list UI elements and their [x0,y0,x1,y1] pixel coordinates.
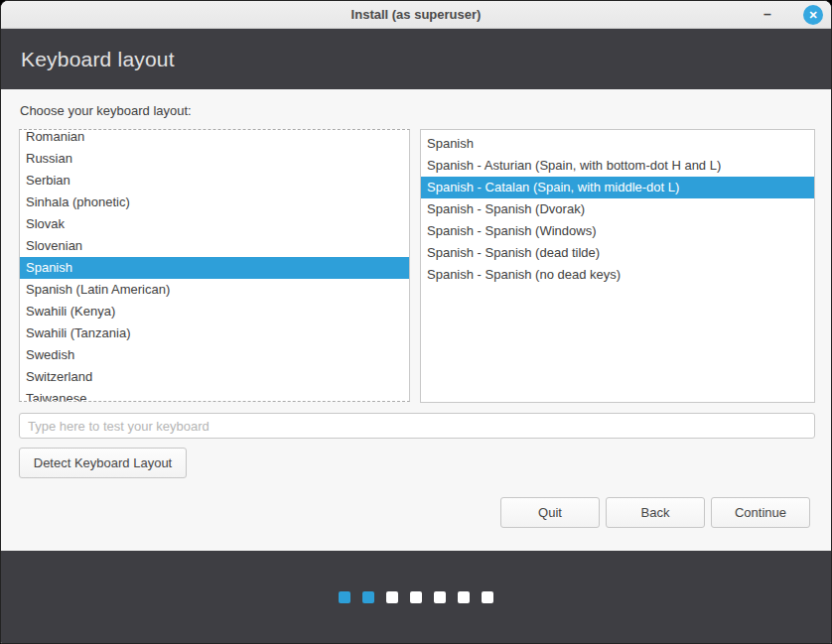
back-button[interactable]: Back [606,497,705,528]
progress-step-dot [339,591,350,603]
list-item[interactable]: Spanish - Spanish (Dvorak) [421,198,814,220]
list-item[interactable]: Slovak [20,213,409,235]
list-item[interactable]: Spanish - Asturian (Spain, with bottom-d… [421,155,814,177]
list-item[interactable]: Spanish - Spanish (Windows) [421,220,814,242]
progress-step-dot [410,591,422,603]
list-item[interactable]: Spanish (Latin American) [20,279,409,301]
close-button[interactable]: ✕ [803,5,823,25]
keyboard-test-input[interactable] [19,413,815,439]
choose-layout-label: Choose your keyboard layout: [20,103,192,118]
keyboard-layout-rows: RomanianRussianSerbianSinhala (phonetic)… [20,129,409,402]
progress-step-dot [362,591,374,603]
list-item[interactable]: Spanish - Spanish (dead tilde) [421,242,814,264]
progress-step-dot [386,591,398,603]
window-title: Install (as superuser) [1,1,831,29]
list-item[interactable]: Switzerland [20,366,409,388]
page-header: Keyboard layout [1,29,831,89]
content-area: Choose your keyboard layout: RomanianRus… [1,89,831,551]
list-item[interactable]: Swahili (Kenya) [20,301,409,322]
list-item-selected[interactable]: Spanish - Catalan (Spain, with middle-do… [421,177,814,198]
list-item[interactable]: Swahili (Tanzania) [20,322,409,344]
progress-step-dot [434,591,446,603]
list-item[interactable]: Slovenian [20,235,409,257]
keyboard-layout-list[interactable]: RomanianRussianSerbianSinhala (phonetic)… [19,129,410,402]
detect-keyboard-layout-button[interactable]: Detect Keyboard Layout [19,448,187,478]
list-item[interactable]: Spanish [421,133,814,155]
continue-button[interactable]: Continue [711,497,810,528]
list-item[interactable]: Russian [20,148,409,170]
keyboard-variant-rows: SpanishSpanish - Asturian (Spain, with b… [421,133,814,286]
list-item[interactable]: Romanian [20,129,409,148]
footer-bar [1,551,831,644]
titlebar: Install (as superuser) – ✕ [1,1,831,29]
page-title: Keyboard layout [21,48,175,71]
list-item[interactable]: Sinhala (phonetic) [20,192,409,213]
list-item[interactable]: Spanish - Spanish (no dead keys) [421,264,814,286]
quit-button[interactable]: Quit [500,497,600,528]
progress-step-dot [482,591,493,603]
installer-window: Install (as superuser) – ✕ Keyboard layo… [0,0,832,644]
list-item[interactable]: Swedish [20,344,409,366]
progress-steps [1,591,831,603]
list-item[interactable]: Taiwanese [20,388,409,402]
keyboard-variant-list[interactable]: SpanishSpanish - Asturian (Spain, with b… [420,129,815,403]
list-item[interactable]: Serbian [20,170,409,192]
progress-step-dot [458,591,470,603]
minimize-button[interactable]: – [756,1,779,29]
list-item-selected[interactable]: Spanish [20,257,409,279]
